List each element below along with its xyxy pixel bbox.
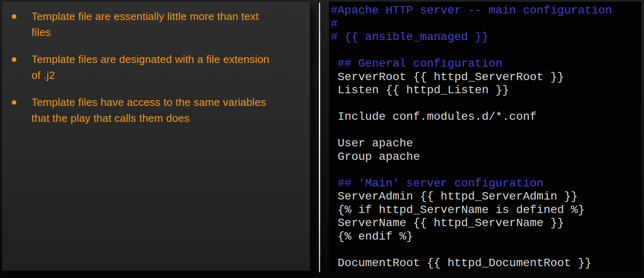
code-line: Include conf.modules.d/*.conf [331,110,641,124]
code-line: ServerName {{ httpd_ServerName }} [331,217,641,230]
bullet-item: Template files have access to the same v… [2,94,303,126]
bullet-item: Template files are designated with a fil… [2,52,303,83]
code-line [331,44,641,58]
bullet-text-line: that the play that calls them does [31,110,266,126]
code-line: ## General configuration [331,57,641,71]
bullet-text: Template files are designated with a fil… [31,52,270,83]
code-line: # [331,18,641,31]
bullet-dot-icon [12,14,16,19]
code-line: Listen {{ httpd_Listen }} [331,84,641,97]
bullet-text-line: Template files are designated with a fil… [31,52,270,67]
code-line: ## 'Main' server configuration [331,177,641,191]
slide: Template file are essentially little mor… [0,0,644,278]
bullet-text-line: Template file are essentially little mor… [31,9,258,25]
bullet-text-line: files [31,25,258,40]
bullet-dot-icon [12,57,16,62]
code-line: #Apache HTTP server -- main configuratio… [331,4,641,18]
code-line: Group apache [331,150,641,164]
code-line [331,164,641,177]
code-line: ServerAdmin {{ httpd_ServerAdmin }} [331,190,641,204]
bullet-text-line: of .j2 [31,67,270,83]
bullet-dot-icon [12,100,16,105]
bullet-text-line: Template files have access to the same v… [31,94,266,110]
code-line: {% if httpd_ServerName is defined %} [331,204,641,217]
bullet-list: Template file are essentially little mor… [2,9,303,126]
bullet-text: Template files have access to the same v… [31,94,266,126]
bullet-panel: Template file are essentially little mor… [2,2,310,271]
bullet-item: Template file are essentially little mor… [2,9,303,40]
code-line: User apache [331,137,641,150]
code-line [331,243,641,257]
code-line [331,124,641,137]
code-line [331,97,641,111]
terminal-panel: #Apache HTTP server -- main configuratio… [329,2,641,272]
panel-divider [319,2,320,272]
bullet-text: Template file are essentially little mor… [31,9,258,40]
code-line: ServerRoot {{ httpd_ServerRoot }} [331,71,641,84]
code-line: DocumentRoot {{ httpd_DocumentRoot }} [331,257,641,270]
code-line: {% endif %} [331,230,641,244]
code-line: # {{ ansible_managed }} [331,31,641,44]
